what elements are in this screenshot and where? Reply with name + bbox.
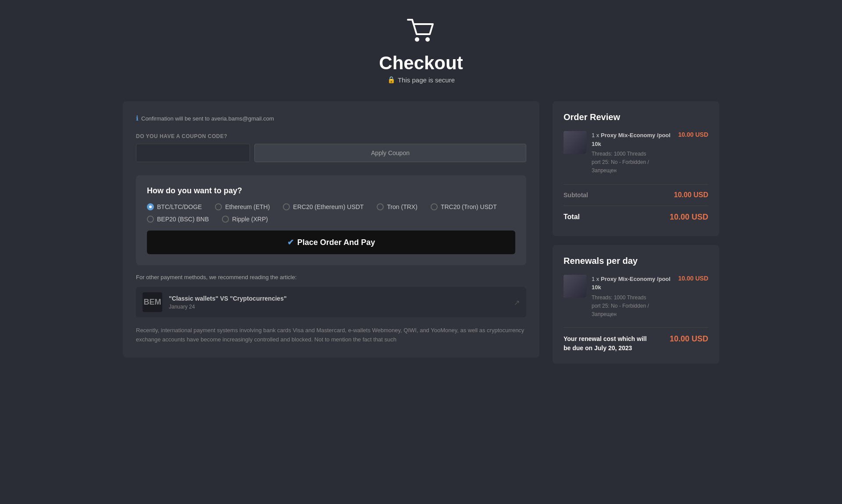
renewal-item: 1 x Proxy Mix-Economy /pool 10k Threads:… xyxy=(564,275,708,319)
place-order-button[interactable]: ✔ Place Order And Pay xyxy=(147,231,515,254)
radio-erc20 xyxy=(283,203,290,210)
payment-section: How do you want to pay? BTC/LTC/DOGE Eth… xyxy=(136,175,526,265)
apply-coupon-button[interactable]: Apply Coupon xyxy=(254,144,526,162)
checkout-header: Checkout 🔒 This page is secure xyxy=(123,18,719,84)
renewal-item-name: 1 x Proxy Mix-Economy /pool 10k xyxy=(592,275,673,292)
order-item-threads: Threads: 1000 Threads xyxy=(592,150,673,158)
svg-point-0 xyxy=(415,37,419,42)
subtotal-value: 10.00 USD xyxy=(674,191,708,199)
renewal-cost-row: Your renewal cost which will be due on J… xyxy=(564,334,708,353)
other-methods-text: For other payment methods, we recommend … xyxy=(136,274,526,280)
renewal-item-port: port 25: No - Forbidden / Запрещен xyxy=(592,302,673,319)
order-item-price: 10.00 USD xyxy=(678,131,708,138)
article-body: Recently, international payment systems … xyxy=(136,326,526,344)
radio-btc xyxy=(147,203,154,210)
radio-tron xyxy=(377,203,384,210)
lock-icon: 🔒 xyxy=(387,76,396,84)
confirmation-info: ℹ Confirmation will be sent to averia.ba… xyxy=(136,114,526,122)
product-thumbnail xyxy=(564,131,586,154)
page-title: Checkout xyxy=(123,53,719,74)
subtotal-label: Subtotal xyxy=(564,192,588,199)
payment-option-eth[interactable]: Ethereum (ETH) xyxy=(215,203,270,210)
renewal-product-thumbnail xyxy=(564,275,586,298)
article-thumbnail: BEM xyxy=(143,292,162,312)
radio-bep20 xyxy=(147,216,154,223)
order-item: 1 x Proxy Mix-Economy /pool 10k Threads:… xyxy=(564,131,708,175)
total-label: Total xyxy=(564,213,580,221)
secure-label: 🔒 This page is secure xyxy=(123,76,719,84)
renewal-cost-value: 10.00 USD xyxy=(670,334,708,344)
renewals-box: Renewals per day 1 x Proxy Mix-Economy /… xyxy=(553,245,719,364)
left-panel: ℹ Confirmation will be sent to averia.ba… xyxy=(123,101,539,358)
total-value: 10.00 USD xyxy=(670,213,708,222)
article-info: "Classic wallets" VS "Cryptocurrencies" … xyxy=(169,295,287,310)
order-item-name: 1 x Proxy Mix-Economy /pool 10k xyxy=(592,131,673,148)
article-title: "Classic wallets" VS "Cryptocurrencies" xyxy=(169,295,287,302)
payment-option-ripple[interactable]: Ripple (XRP) xyxy=(222,216,268,223)
renewal-item-price: 10.00 USD xyxy=(678,275,708,282)
radio-trc20 xyxy=(431,203,438,210)
article-date: January 24 xyxy=(169,304,287,310)
payment-title: How do you want to pay? xyxy=(147,186,515,195)
payment-option-erc20[interactable]: ERC20 (Ethereum) USDT xyxy=(283,203,364,210)
order-item-details: 1 x Proxy Mix-Economy /pool 10k Threads:… xyxy=(592,131,673,175)
coupon-label: DO YOU HAVE A COUPON CODE? xyxy=(136,133,526,139)
payment-option-bep20[interactable]: BEP20 (BSC) BNB xyxy=(147,216,209,223)
radio-ripple xyxy=(222,216,229,223)
subtotal-row: Subtotal 10.00 USD xyxy=(564,191,708,199)
order-item-port: port 25: No - Forbidden / Запрещен xyxy=(592,158,673,175)
renewals-title: Renewals per day xyxy=(564,256,708,266)
payment-option-tron[interactable]: Tron (TRX) xyxy=(377,203,417,210)
right-panel: Order Review 1 x Proxy Mix-Economy /pool… xyxy=(553,101,719,364)
payment-option-btc[interactable]: BTC/LTC/DOGE xyxy=(147,203,202,210)
cart-icon xyxy=(123,18,719,48)
renewal-cost-label: Your renewal cost which will be due on J… xyxy=(564,334,651,353)
renewal-item-threads: Threads: 1000 Threads xyxy=(592,294,673,302)
coupon-section: DO YOU HAVE A COUPON CODE? Apply Coupon xyxy=(136,133,526,162)
info-icon: ℹ xyxy=(136,114,139,122)
svg-point-1 xyxy=(425,37,430,42)
payment-option-trc20[interactable]: TRC20 (Tron) USDT xyxy=(431,203,497,210)
coupon-input[interactable] xyxy=(136,144,250,162)
payment-options: BTC/LTC/DOGE Ethereum (ETH) ERC20 (Ether… xyxy=(147,203,515,223)
order-review-box: Order Review 1 x Proxy Mix-Economy /pool… xyxy=(553,101,719,236)
total-row: Total 10.00 USD xyxy=(564,213,708,222)
external-link-icon: ↗ xyxy=(514,298,520,306)
checkmark-icon: ✔ xyxy=(287,238,294,247)
article-card[interactable]: BEM "Classic wallets" VS "Cryptocurrenci… xyxy=(136,287,526,317)
radio-eth xyxy=(215,203,222,210)
renewal-item-details: 1 x Proxy Mix-Economy /pool 10k Threads:… xyxy=(592,275,673,319)
order-review-title: Order Review xyxy=(564,112,708,122)
